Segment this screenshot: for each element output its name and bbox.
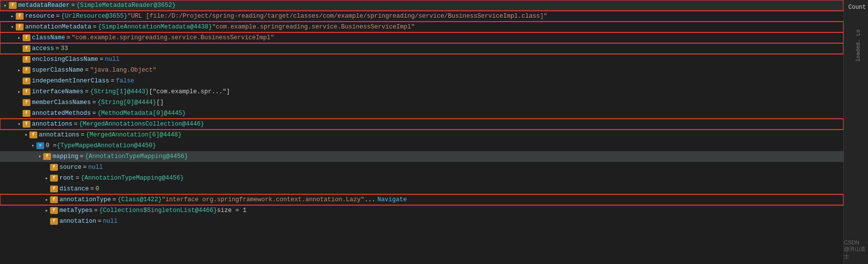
index-icon: ≡ (36, 142, 44, 149)
field-icon: f (16, 13, 24, 20)
tree-row[interactable]: f access = 33 (0, 43, 843, 54)
tree-container[interactable]: f metadataReader = {SimpleMetadataReader… (0, 0, 843, 264)
field-icon: f (50, 196, 58, 203)
tree-row[interactable]: f mapping = {AnnotationTypeMapping@4456} (0, 151, 843, 162)
tree-row[interactable]: f distance = 0 (0, 184, 843, 194)
tree-row[interactable]: f root = {AnnotationTypeMapping@4456} (0, 173, 843, 184)
arrow-icon[interactable] (43, 197, 50, 203)
arrow-icon[interactable] (16, 35, 23, 41)
field-icon: f (16, 24, 24, 30)
tree-row[interactable]: f superClassName = "java.lang.Object" (0, 65, 843, 76)
tree-row[interactable]: f metaTypes = {Collections$SingletonList… (0, 205, 843, 216)
arrow-icon[interactable] (9, 24, 16, 30)
field-icon: f (50, 185, 58, 192)
arrow-icon[interactable] (23, 132, 29, 138)
tree-row[interactable]: f interfaceNames = {String[1]@4443} ["co… (0, 86, 843, 97)
tree-row[interactable]: ≡ 0 = {TypeMappedAnnotation@4450} (0, 140, 843, 151)
navigate-link[interactable]: Navigate (378, 196, 407, 203)
field-icon: f (43, 153, 51, 160)
field-icon: f (23, 78, 30, 84)
loaded-text: loaded. Lo (855, 29, 861, 62)
field-icon: f (50, 175, 58, 182)
tree-row[interactable]: f annotations = {MergedAnnotation[6]@444… (0, 130, 843, 140)
field-icon: f (23, 56, 30, 63)
field-icon: f (23, 34, 30, 41)
field-icon: f (23, 88, 30, 95)
arrow-icon[interactable] (2, 2, 9, 8)
tree-row[interactable]: f metadataReader = {SimpleMetadataReader… (0, 0, 843, 11)
arrow-icon[interactable] (16, 121, 23, 127)
watermark: CSDN @浒山道士 (844, 239, 866, 260)
tree-row[interactable]: f resource = {UrlResource@3655} "URL [fi… (0, 11, 843, 22)
tree-row[interactable]: f annotations = {MergedAnnotationsCollec… (0, 119, 843, 130)
count-label: Count (848, 4, 866, 11)
box-annotationMetadata: f annotationMetadata = {SimpleAnnotation… (0, 22, 843, 54)
main-panel: f metadataReader = {SimpleMetadataReader… (0, 0, 843, 264)
field-icon: f (23, 99, 30, 106)
tree-row[interactable]: f annotatedMethods = {MethodMetadata[0]@… (0, 108, 843, 119)
tree-row[interactable]: f independentInnerClass = false (0, 76, 843, 86)
field-icon: f (50, 207, 58, 214)
field-icon: f (9, 2, 17, 9)
field-icon: f (23, 67, 30, 74)
arrow-icon[interactable] (9, 13, 16, 19)
tree-row[interactable]: f source = null (0, 162, 843, 173)
tree-row[interactable]: f enclosingClassName = null (0, 54, 843, 65)
field-icon: f (50, 164, 58, 171)
arrow-icon[interactable] (36, 154, 43, 159)
field-icon: f (23, 110, 30, 117)
arrow-icon[interactable] (29, 143, 36, 149)
tree-row[interactable]: f annotationType = {Class@1422} "interfa… (0, 194, 843, 205)
arrow-icon[interactable] (43, 208, 50, 213)
field-icon: f (50, 218, 58, 225)
tree-row[interactable]: f annotationMetadata = {SimpleAnnotation… (0, 22, 843, 32)
arrow-icon[interactable] (43, 175, 50, 181)
field-icon: f (23, 45, 30, 52)
field-icon: f (29, 132, 37, 138)
arrow-icon[interactable] (16, 67, 23, 73)
tree-row[interactable]: f memberClassNames = {String[0]@4444} [] (0, 97, 843, 108)
field-icon: f (23, 121, 30, 128)
arrow-icon[interactable] (16, 89, 23, 95)
tree-row[interactable]: f annotation = null (0, 216, 843, 227)
tree-row[interactable]: f className = "com.example.springreading… (0, 32, 843, 43)
right-panel: Count loaded. Lo CSDN @浒山道士 (843, 0, 868, 264)
